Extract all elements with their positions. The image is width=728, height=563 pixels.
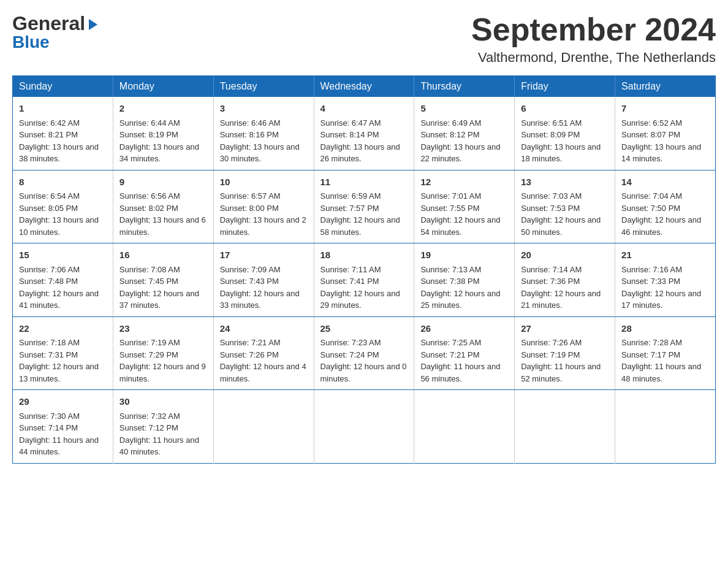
day-sunrise: Sunrise: 7:18 AM [19,338,80,347]
day-sunrise: Sunrise: 6:49 AM [420,118,481,128]
day-sunrise: Sunrise: 7:25 AM [420,338,481,347]
day-sunset: Sunset: 7:45 PM [119,277,178,286]
calendar-week-row: 15Sunrise: 7:06 AMSunset: 7:48 PMDayligh… [13,243,716,317]
day-sunset: Sunset: 8:05 PM [19,204,78,213]
day-number: 15 [19,248,107,262]
day-sunset: Sunset: 8:02 PM [119,204,178,213]
calendar-day-cell: 7Sunrise: 6:52 AMSunset: 8:07 PMDaylight… [615,97,716,170]
day-sunset: Sunset: 7:31 PM [19,350,78,359]
calendar-day-cell: 5Sunrise: 6:49 AMSunset: 8:12 PMDaylight… [414,97,515,170]
day-number: 11 [320,175,408,190]
day-number: 17 [220,248,308,262]
day-sunrise: Sunrise: 6:42 AM [19,118,80,128]
day-number: 8 [19,175,107,190]
day-daylight: Daylight: 11 hours and 56 minutes. [420,362,500,383]
calendar-day-cell: 29Sunrise: 7:30 AMSunset: 7:14 PMDayligh… [13,390,113,464]
day-daylight: Daylight: 12 hours and 0 minutes. [320,362,407,383]
calendar-day-cell: 19Sunrise: 7:13 AMSunset: 7:38 PMDayligh… [414,243,515,317]
day-daylight: Daylight: 12 hours and 41 minutes. [19,289,99,310]
day-daylight: Daylight: 13 hours and 30 minutes. [220,142,300,164]
day-sunrise: Sunrise: 6:51 AM [521,118,582,128]
calendar-day-cell: 12Sunrise: 7:01 AMSunset: 7:55 PMDayligh… [414,170,515,243]
day-sunrise: Sunrise: 6:47 AM [320,118,381,128]
day-number: 19 [420,248,508,262]
title-area: September 2024 Valthermond, Drenthe, The… [471,12,716,66]
day-sunrise: Sunrise: 7:23 AM [320,338,381,347]
day-daylight: Daylight: 12 hours and 4 minutes. [220,362,306,383]
day-number: 30 [119,395,207,409]
calendar-day-cell: 9Sunrise: 6:56 AMSunset: 8:02 PMDaylight… [113,170,213,243]
day-sunrise: Sunrise: 7:06 AM [19,265,80,274]
calendar-day-cell: 20Sunrise: 7:14 AMSunset: 7:36 PMDayligh… [515,243,615,317]
day-of-week-header: Monday [113,76,213,98]
day-sunrise: Sunrise: 7:01 AM [420,191,481,201]
day-number: 2 [119,102,207,116]
day-sunrise: Sunrise: 6:59 AM [320,191,381,201]
day-daylight: Daylight: 13 hours and 6 minutes. [119,215,206,237]
day-sunset: Sunset: 7:55 PM [420,204,479,213]
calendar-day-cell: 25Sunrise: 7:23 AMSunset: 7:24 PMDayligh… [314,316,414,390]
day-number: 16 [119,248,207,262]
month-year-title: September 2024 [471,12,716,47]
day-sunrise: Sunrise: 7:14 AM [521,265,582,274]
day-daylight: Daylight: 12 hours and 33 minutes. [220,289,300,310]
day-sunset: Sunset: 8:21 PM [19,130,78,139]
day-sunrise: Sunrise: 7:13 AM [420,265,481,274]
day-daylight: Daylight: 13 hours and 22 minutes. [420,142,500,164]
day-daylight: Daylight: 11 hours and 40 minutes. [119,435,199,457]
day-daylight: Daylight: 12 hours and 46 minutes. [621,215,701,237]
day-daylight: Daylight: 11 hours and 52 minutes. [521,362,601,383]
day-sunset: Sunset: 7:19 PM [521,350,580,359]
day-number: 24 [220,322,308,336]
day-of-week-header: Friday [515,76,615,98]
day-sunset: Sunset: 7:57 PM [320,204,379,213]
day-sunset: Sunset: 8:00 PM [220,204,279,213]
day-sunset: Sunset: 7:53 PM [521,204,580,213]
calendar-day-cell: 30Sunrise: 7:32 AMSunset: 7:12 PMDayligh… [113,390,213,464]
day-sunrise: Sunrise: 7:32 AM [119,412,180,421]
day-sunrise: Sunrise: 6:57 AM [220,191,281,201]
day-number: 23 [119,322,207,336]
day-number: 25 [320,322,408,336]
page-header: General Blue September 2024 Valthermond,… [12,12,716,66]
day-of-week-header: Saturday [615,76,716,98]
day-sunset: Sunset: 7:14 PM [19,423,78,432]
day-daylight: Daylight: 12 hours and 9 minutes. [119,362,206,383]
day-daylight: Daylight: 12 hours and 50 minutes. [521,215,601,237]
day-sunset: Sunset: 8:09 PM [521,130,580,139]
calendar-day-cell: 17Sunrise: 7:09 AMSunset: 7:43 PMDayligh… [213,243,314,317]
calendar-day-cell: 4Sunrise: 6:47 AMSunset: 8:14 PMDaylight… [314,97,414,170]
day-sunset: Sunset: 7:50 PM [621,204,680,213]
day-daylight: Daylight: 13 hours and 18 minutes. [521,142,601,164]
day-number: 3 [220,102,308,116]
day-number: 18 [320,248,408,262]
day-daylight: Daylight: 12 hours and 17 minutes. [621,289,701,310]
day-of-week-header: Sunday [13,76,113,98]
calendar-day-cell: 14Sunrise: 7:04 AMSunset: 7:50 PMDayligh… [615,170,716,243]
day-sunset: Sunset: 7:21 PM [420,350,479,359]
calendar-day-cell [615,390,716,464]
calendar-day-cell: 10Sunrise: 6:57 AMSunset: 8:00 PMDayligh… [213,170,314,243]
day-number: 21 [621,248,709,262]
day-sunrise: Sunrise: 6:46 AM [220,118,281,128]
calendar-day-cell: 27Sunrise: 7:26 AMSunset: 7:19 PMDayligh… [515,316,615,390]
day-daylight: Daylight: 11 hours and 48 minutes. [621,362,701,383]
calendar-day-cell [213,390,314,464]
day-sunset: Sunset: 7:36 PM [521,277,580,286]
day-daylight: Daylight: 13 hours and 2 minutes. [220,215,306,237]
calendar-week-row: 29Sunrise: 7:30 AMSunset: 7:14 PMDayligh… [13,390,716,464]
calendar-day-cell [515,390,615,464]
location-subtitle: Valthermond, Drenthe, The Netherlands [471,50,716,66]
day-sunset: Sunset: 7:38 PM [420,277,479,286]
day-number: 13 [521,175,609,190]
day-number: 6 [521,102,609,116]
day-sunrise: Sunrise: 7:21 AM [220,338,281,347]
day-sunrise: Sunrise: 6:44 AM [119,118,180,128]
logo-general-text: General [12,12,85,35]
day-sunset: Sunset: 7:41 PM [320,277,379,286]
calendar-week-row: 8Sunrise: 6:54 AMSunset: 8:05 PMDaylight… [13,170,716,243]
logo-arrow-icon [86,18,100,31]
calendar-day-cell: 11Sunrise: 6:59 AMSunset: 7:57 PMDayligh… [314,170,414,243]
day-sunrise: Sunrise: 6:54 AM [19,191,80,201]
calendar-day-cell: 24Sunrise: 7:21 AMSunset: 7:26 PMDayligh… [213,316,314,390]
